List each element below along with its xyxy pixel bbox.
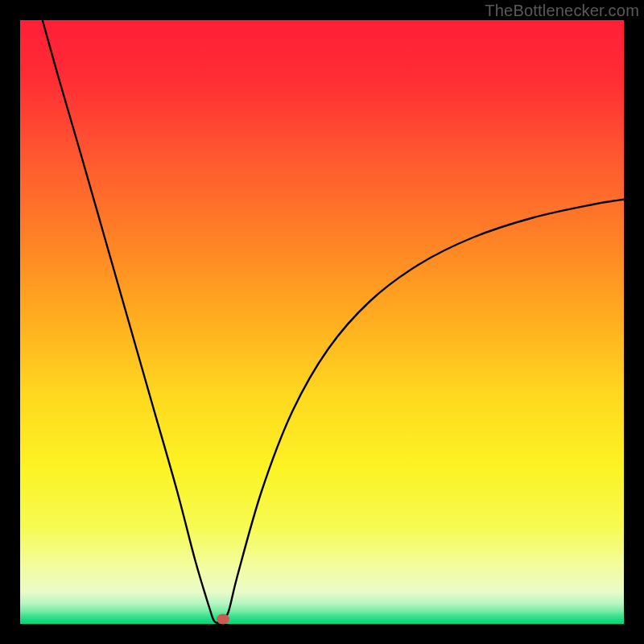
chart-stage: TheBottlenecker.com <box>0 0 644 644</box>
watermark-text: TheBottlenecker.com <box>485 2 639 20</box>
optimal-point-marker <box>217 614 229 625</box>
plot-area <box>20 20 624 624</box>
bottleneck-curve-path <box>43 20 624 623</box>
curve-layer <box>20 20 624 624</box>
